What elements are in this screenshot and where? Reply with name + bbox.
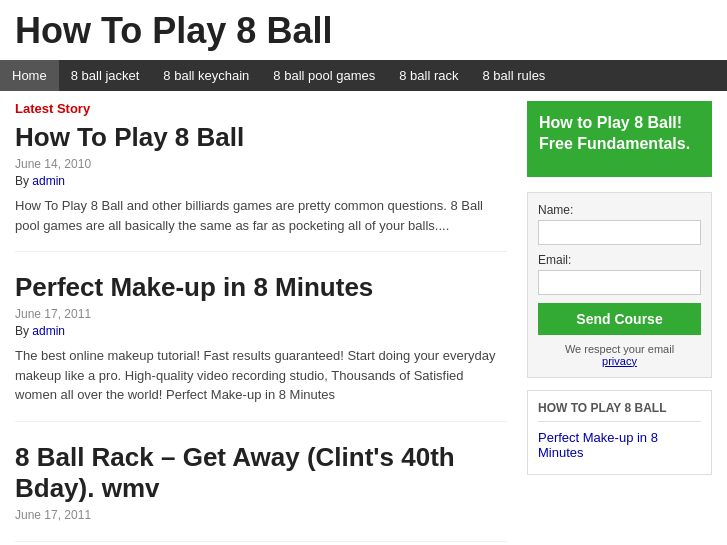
nav-item-rack[interactable]: 8 ball rack xyxy=(387,60,470,91)
article-1-title-link[interactable]: How To Play 8 Ball xyxy=(15,122,244,152)
sidebar: How to Play 8 Ball! Free Fundamentals. N… xyxy=(527,101,712,545)
name-input[interactable] xyxy=(538,220,701,245)
sidebar-widget-link-1[interactable]: Perfect Make-up in 8 Minutes xyxy=(538,430,701,460)
article-1-title[interactable]: How To Play 8 Ball xyxy=(15,122,507,153)
name-label: Name: xyxy=(538,203,701,217)
sidebar-promo-title: How to Play 8 Ball! Free Fundamentals. xyxy=(539,113,700,155)
article-3: 8 Ball Rack – Get Away (Clint's 40th Bda… xyxy=(15,442,507,542)
article-1-excerpt: How To Play 8 Ball and other billiards g… xyxy=(15,196,507,235)
nav-item-home[interactable]: Home xyxy=(0,60,59,91)
article-2-author[interactable]: admin xyxy=(32,324,65,338)
article-2-byline: By admin xyxy=(15,324,507,338)
email-input[interactable] xyxy=(538,270,701,295)
main-content: Latest Story How To Play 8 Ball June 14,… xyxy=(15,101,507,545)
content-wrapper: Latest Story How To Play 8 Ball June 14,… xyxy=(0,91,727,545)
article-2-title-link[interactable]: Perfect Make-up in 8 Minutes xyxy=(15,272,373,302)
sidebar-widget: HOW TO PLAY 8 BALL Perfect Make-up in 8 … xyxy=(527,390,712,475)
site-header: How To Play 8 Ball xyxy=(0,0,727,60)
site-title: How To Play 8 Ball xyxy=(15,10,712,52)
email-label: Email: xyxy=(538,253,701,267)
main-nav: Home 8 ball jacket 8 ball keychain 8 bal… xyxy=(0,60,727,91)
nav-item-keychain[interactable]: 8 ball keychain xyxy=(151,60,261,91)
latest-story-label: Latest Story xyxy=(15,101,507,116)
article-3-date: June 17, 2011 xyxy=(15,508,507,522)
nav-item-rules[interactable]: 8 ball rules xyxy=(471,60,558,91)
article-2-title[interactable]: Perfect Make-up in 8 Minutes xyxy=(15,272,507,303)
article-2-excerpt: The best online makeup tutorial! Fast re… xyxy=(15,346,507,405)
privacy-link[interactable]: privacy xyxy=(602,355,637,367)
nav-item-pool-games[interactable]: 8 ball pool games xyxy=(261,60,387,91)
article-3-title-link[interactable]: 8 Ball Rack – Get Away (Clint's 40th Bda… xyxy=(15,442,455,503)
article-2: Perfect Make-up in 8 Minutes June 17, 20… xyxy=(15,272,507,422)
article-1: How To Play 8 Ball June 14, 2010 By admi… xyxy=(15,122,507,252)
article-3-title[interactable]: 8 Ball Rack – Get Away (Clint's 40th Bda… xyxy=(15,442,507,504)
article-1-date: June 14, 2010 xyxy=(15,157,507,171)
article-1-author[interactable]: admin xyxy=(32,174,65,188)
privacy-text: We respect your email privacy xyxy=(538,343,701,367)
send-course-button[interactable]: Send Course xyxy=(538,303,701,335)
nav-item-jacket[interactable]: 8 ball jacket xyxy=(59,60,152,91)
sidebar-form: Name: Email: Send Course We respect your… xyxy=(527,192,712,378)
sidebar-widget-title: HOW TO PLAY 8 BALL xyxy=(538,401,701,422)
article-1-byline: By admin xyxy=(15,174,507,188)
article-2-date: June 17, 2011 xyxy=(15,307,507,321)
sidebar-promo: How to Play 8 Ball! Free Fundamentals. xyxy=(527,101,712,177)
